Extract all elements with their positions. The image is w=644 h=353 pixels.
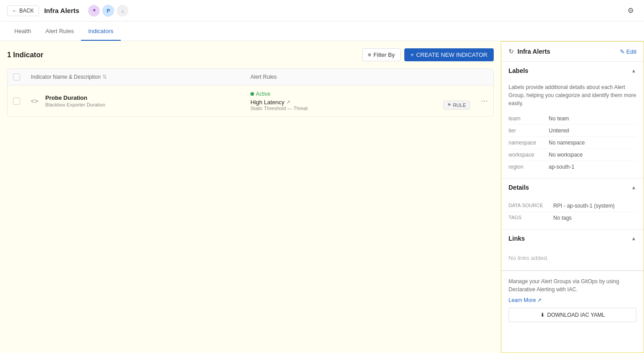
row-menu-icon[interactable]: ⋯ bbox=[481, 97, 488, 105]
filter-button[interactable]: ≡ Filter By bbox=[362, 48, 401, 61]
rule-area: High Latency ↗ Static Threshold — Threat… bbox=[250, 99, 470, 111]
details-chevron-icon: ▲ bbox=[631, 184, 636, 191]
status-active: Active bbox=[250, 91, 470, 97]
details-section-content: DATA SOURCE RPI - ap-south-1 (system) TA… bbox=[501, 196, 644, 229]
create-indicator-button[interactable]: + CREATE NEW INDICATOR bbox=[404, 48, 494, 61]
refresh-icon[interactable]: ↻ bbox=[508, 48, 514, 55]
alert-rules-cell: Active High Latency ↗ Static Threshold —… bbox=[250, 91, 470, 111]
code-icon: <> bbox=[31, 98, 38, 105]
rule-badge: ⚑ RULE bbox=[443, 101, 470, 110]
learn-more-link[interactable]: Learn More ↗ bbox=[508, 297, 636, 303]
label-row-region: region ap-south-1 bbox=[508, 161, 636, 173]
sort-icon[interactable]: ⇅ bbox=[102, 74, 107, 80]
tab-alert-rules[interactable]: Alert Rules bbox=[38, 22, 81, 41]
toolbar: 1 Indicator ≡ Filter By + CREATE NEW IND… bbox=[7, 48, 494, 61]
details-section-header[interactable]: Details ▲ bbox=[501, 179, 644, 196]
links-section-header[interactable]: Links ▲ bbox=[501, 230, 644, 247]
external-link-icon: ↗ bbox=[537, 297, 542, 303]
labels-section-header[interactable]: Labels ▲ bbox=[501, 62, 644, 80]
labels-chevron-icon: ▲ bbox=[631, 68, 636, 74]
nav-tabs: Health Alert Rules Indicators bbox=[0, 21, 644, 41]
status-dot bbox=[250, 92, 254, 96]
row-actions: ⋯ bbox=[470, 97, 488, 105]
row-checkbox[interactable] bbox=[13, 98, 20, 105]
back-button[interactable]: ← BACK bbox=[7, 5, 39, 16]
no-links-text: No links added. bbox=[508, 251, 636, 265]
table-row: <> Probe Duration Blackbox Exporter Dura… bbox=[8, 85, 493, 116]
external-link-icon[interactable]: ↗ bbox=[286, 99, 290, 105]
back-arrow-icon: ← bbox=[12, 8, 17, 14]
label-row-tier: tier Untiered bbox=[508, 125, 636, 137]
avatar-group: ✦ P ↓ bbox=[88, 5, 128, 17]
filter-icon: ≡ bbox=[368, 51, 372, 58]
download-iac-button[interactable]: ⬇ DOWNLOAD IAC YAML bbox=[508, 308, 636, 322]
iac-banner: Manage your Alert Groups via GitOps by u… bbox=[501, 271, 644, 328]
label-row-team: team No team bbox=[508, 113, 636, 125]
settings-icon[interactable]: ⚙ bbox=[624, 4, 637, 17]
iac-text: Manage your Alert Groups via GitOps by u… bbox=[508, 277, 636, 293]
avatar-multi: ✦ bbox=[88, 5, 100, 17]
right-panel: ↻ Infra Alerts ✎ Edit Labels ▲ Labels pr… bbox=[501, 41, 644, 353]
main-layout: 1 Indicator ≡ Filter By + CREATE NEW IND… bbox=[0, 41, 644, 353]
label-row-namespace: namespace No namespace bbox=[508, 137, 636, 149]
details-section: Details ▲ DATA SOURCE RPI - ap-south-1 (… bbox=[501, 179, 644, 230]
header-name: Indicator Name & Description ⇅ bbox=[31, 74, 250, 80]
edit-icon: ✎ bbox=[620, 48, 625, 55]
indicator-name: Probe Duration bbox=[45, 94, 105, 101]
header-rules: Alert Rules bbox=[250, 74, 470, 80]
left-panel: 1 Indicator ≡ Filter By + CREATE NEW IND… bbox=[0, 41, 501, 353]
rule-badge-icon: ⚑ bbox=[447, 102, 451, 107]
detail-row-datasource: DATA SOURCE RPI - ap-south-1 (system) bbox=[508, 200, 636, 212]
edit-button[interactable]: ✎ Edit bbox=[620, 48, 636, 55]
rule-info: High Latency ↗ Static Threshold — Threat bbox=[250, 99, 308, 111]
right-panel-header: ↻ Infra Alerts ✎ Edit bbox=[501, 42, 644, 62]
download-icon: ⬇ bbox=[540, 312, 545, 318]
indicator-info: Probe Duration Blackbox Exporter Duratio… bbox=[45, 94, 105, 107]
rule-sub: Static Threshold — Threat bbox=[250, 106, 308, 111]
indicator-description: Blackbox Exporter Duration bbox=[45, 102, 105, 107]
rule-name: High Latency ↗ bbox=[250, 99, 308, 106]
labels-section: Labels ▲ Labels provide additional detai… bbox=[501, 62, 644, 179]
avatar-p: P bbox=[102, 5, 114, 17]
header-checkbox bbox=[13, 73, 31, 81]
select-all-checkbox[interactable] bbox=[13, 73, 20, 81]
toolbar-actions: ≡ Filter By + CREATE NEW INDICATOR bbox=[362, 48, 494, 61]
plus-icon: + bbox=[411, 51, 414, 58]
tab-health[interactable]: Health bbox=[7, 22, 38, 41]
links-section-content: No links added. bbox=[501, 247, 644, 270]
row-checkbox-cell bbox=[13, 98, 31, 105]
back-label: BACK bbox=[19, 8, 34, 14]
indicator-count: 1 Indicator bbox=[7, 51, 43, 59]
indicators-table: Indicator Name & Description ⇅ Alert Rul… bbox=[7, 68, 494, 117]
topbar: ← BACK Infra Alerts ✦ P ↓ ⚙ bbox=[0, 0, 644, 21]
table-header: Indicator Name & Description ⇅ Alert Rul… bbox=[8, 69, 493, 85]
links-chevron-icon: ▲ bbox=[631, 235, 636, 242]
page-title: Infra Alerts bbox=[44, 7, 80, 14]
tab-indicators[interactable]: Indicators bbox=[81, 22, 120, 41]
right-panel-title: ↻ Infra Alerts bbox=[508, 48, 550, 55]
links-section: Links ▲ No links added. bbox=[501, 230, 644, 271]
labels-description: Labels provide additional details about … bbox=[508, 83, 636, 107]
label-row-workspace: workspace No workspace bbox=[508, 149, 636, 161]
labels-section-content: Labels provide additional details about … bbox=[501, 80, 644, 178]
avatar-user: ↓ bbox=[117, 5, 128, 17]
indicator-name-cell: <> Probe Duration Blackbox Exporter Dura… bbox=[31, 94, 250, 107]
detail-row-tags: TAGS No tags bbox=[508, 212, 636, 224]
